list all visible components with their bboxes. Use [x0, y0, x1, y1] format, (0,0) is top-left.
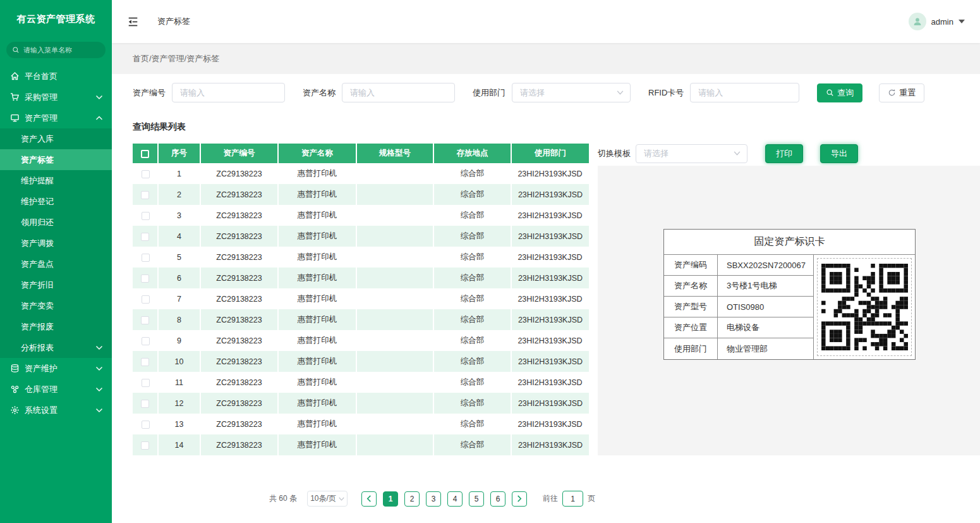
menu-search[interactable]: [6, 42, 106, 58]
sidebar-item-label: 资产调拨: [21, 238, 54, 249]
next-page-button[interactable]: [512, 491, 527, 507]
chevron-down-icon: [95, 95, 103, 100]
row-checkbox[interactable]: [141, 316, 149, 324]
page-button-4[interactable]: 4: [447, 491, 463, 507]
table-row[interactable]: 14ZC29138223惠普打印机综合部23HI2H3193KJSD: [133, 434, 589, 455]
rfid-input[interactable]: [690, 83, 799, 102]
sidebar-item-label: 维护登记: [21, 196, 54, 207]
page-button-6[interactable]: 6: [490, 491, 505, 507]
cell-name: 惠普打印机: [278, 247, 356, 268]
label-preview-panel: 固定资产标识卡 资产编码SBXX202SN7200067资产名称3号楼1号电梯资…: [598, 166, 980, 455]
card-field-row: 使用部门物业管理部: [664, 338, 813, 359]
sidebar-item-资产调拨[interactable]: 资产调拨: [0, 233, 112, 254]
template-select[interactable]: 请选择: [636, 144, 747, 163]
table-row[interactable]: 2ZC29138223惠普打印机综合部23HI2H3193KJSD: [133, 184, 589, 205]
table-row[interactable]: 13ZC29138223惠普打印机综合部23HI2H3193KJSD: [133, 414, 589, 434]
row-checkbox[interactable]: [141, 233, 149, 241]
menu-search-input[interactable]: [23, 46, 113, 54]
sidebar-item-分析报表[interactable]: 分析报表: [0, 337, 112, 358]
filter-label-asset-name: 资产名称: [303, 87, 336, 99]
sidebar-item-领用归还[interactable]: 领用归还: [0, 212, 112, 233]
table-row[interactable]: 11ZC29138223惠普打印机综合部23HI2H3193KJSD: [133, 372, 589, 393]
sidebar-item-资产报废[interactable]: 资产报废: [0, 316, 112, 337]
select-all-checkbox[interactable]: [141, 150, 149, 158]
asset-name-input[interactable]: [342, 83, 455, 102]
row-checkbox[interactable]: [141, 441, 149, 450]
card-field-label: 资产位置: [664, 317, 718, 338]
goto-page-input[interactable]: [562, 491, 583, 507]
page-button-1[interactable]: 1: [383, 491, 398, 507]
sidebar-item-资产盘点[interactable]: 资产盘点: [0, 254, 112, 274]
row-checkbox[interactable]: [142, 421, 150, 429]
sidebar-item-维护登记[interactable]: 维护登记: [0, 191, 112, 212]
cell-location: 综合部: [433, 184, 511, 205]
sidebar-item-资产维护[interactable]: 资产维护: [0, 358, 112, 379]
row-checkbox[interactable]: [141, 400, 149, 408]
cell-index: 11: [158, 372, 200, 393]
table-row[interactable]: 4ZC29138223惠普打印机综合部23HI2H3193KJSD: [133, 226, 589, 247]
row-checkbox[interactable]: [142, 379, 150, 387]
sidebar-item-采购管理[interactable]: 采购管理: [0, 87, 112, 108]
department-select[interactable]: 请选择: [512, 83, 631, 102]
table-row[interactable]: 1ZC29138223惠普打印机综合部23HI2H3193KJSD: [133, 163, 589, 184]
column-header: 规格型号: [356, 144, 433, 163]
print-button[interactable]: 打印: [765, 144, 803, 163]
prev-page-button[interactable]: [361, 491, 377, 507]
table-row[interactable]: 10ZC29138223惠普打印机综合部23HI2H3193KJSD: [133, 351, 589, 372]
page-size-select[interactable]: 10条/页: [307, 491, 348, 507]
page-button-5[interactable]: 5: [469, 491, 484, 507]
card-field-row: 资产位置电梯设备: [664, 317, 813, 338]
column-header: 序号: [158, 144, 200, 163]
content: 资产编号 资产名称 使用部门 请选择 RFID卡号 查询: [112, 74, 980, 523]
table-row[interactable]: 12ZC29138223惠普打印机综合部23HI2H3193KJSD: [133, 393, 589, 414]
row-checkbox[interactable]: [142, 254, 150, 262]
page-button-2[interactable]: 2: [404, 491, 420, 507]
row-checkbox[interactable]: [142, 212, 150, 220]
sidebar: 有云资产管理系统 平台首页采购管理资产管理资产入库资产标签维护提醒维护登记领用归…: [0, 0, 112, 523]
cell-code: ZC29138223: [200, 226, 278, 247]
row-checkbox[interactable]: [141, 358, 149, 366]
database-icon: [9, 363, 20, 374]
export-button[interactable]: 导出: [820, 144, 858, 163]
sidebar-item-平台首页[interactable]: 平台首页: [0, 66, 112, 87]
sidebar-item-资产管理[interactable]: 资产管理: [0, 108, 112, 128]
cell-department: 23HI2H3193KJSD: [511, 351, 589, 372]
sidebar-item-仓库管理[interactable]: 仓库管理: [0, 379, 112, 400]
table-row[interactable]: 5ZC29138223惠普打印机综合部23HI2H3193KJSD: [133, 247, 589, 268]
row-checkbox[interactable]: [141, 191, 149, 199]
sidebar-fold-icon[interactable]: [124, 13, 141, 30]
cell-index: 8: [158, 309, 200, 330]
cell-location: 综合部: [433, 414, 511, 434]
sidebar-item-系统设置[interactable]: 系统设置: [0, 400, 112, 421]
table-row[interactable]: 8ZC29138223惠普打印机综合部23HI2H3193KJSD: [133, 309, 589, 330]
chevron-down-icon: [339, 497, 344, 501]
sidebar-item-资产变卖[interactable]: 资产变卖: [0, 295, 112, 316]
cell-index: 13: [158, 414, 200, 434]
user-menu[interactable]: admin: [909, 13, 965, 30]
sidebar-item-资产标签[interactable]: 资产标签: [0, 149, 112, 170]
sidebar-item-维护提醒[interactable]: 维护提醒: [0, 170, 112, 191]
page-button-3[interactable]: 3: [426, 491, 441, 507]
row-checkbox[interactable]: [141, 274, 149, 283]
table-row[interactable]: 7ZC29138223惠普打印机综合部23HI2H3193KJSD: [133, 288, 589, 309]
sidebar-item-资产入库[interactable]: 资产入库: [0, 128, 112, 149]
asset-code-input[interactable]: [172, 83, 285, 102]
row-checkbox[interactable]: [142, 295, 150, 304]
table-row[interactable]: 6ZC29138223惠普打印机综合部23HI2H3193KJSD: [133, 268, 589, 288]
reset-button[interactable]: 重置: [879, 83, 924, 102]
qr-code-icon: [817, 258, 912, 356]
caret-down-icon: [959, 20, 965, 23]
table-row[interactable]: 3ZC29138223惠普打印机综合部23HI2H3193KJSD: [133, 205, 589, 226]
sidebar-item-资产折旧[interactable]: 资产折旧: [0, 274, 112, 295]
search-button[interactable]: 查询: [817, 83, 862, 102]
row-checkbox[interactable]: [142, 170, 150, 178]
cell-index: 1: [158, 163, 200, 184]
chevron-down-icon: [734, 151, 741, 156]
cell-department: 23HI2H3193KJSD: [511, 393, 589, 414]
card-field-value: SBXX202SN7200067: [718, 255, 813, 275]
chevron-down-icon: [95, 408, 103, 413]
table-row[interactable]: 9ZC29138223惠普打印机综合部23HI2H3193KJSD: [133, 330, 589, 351]
row-checkbox[interactable]: [142, 337, 150, 345]
cell-name: 惠普打印机: [278, 226, 356, 247]
breadcrumb: 首页/资产管理/资产标签: [112, 43, 980, 74]
